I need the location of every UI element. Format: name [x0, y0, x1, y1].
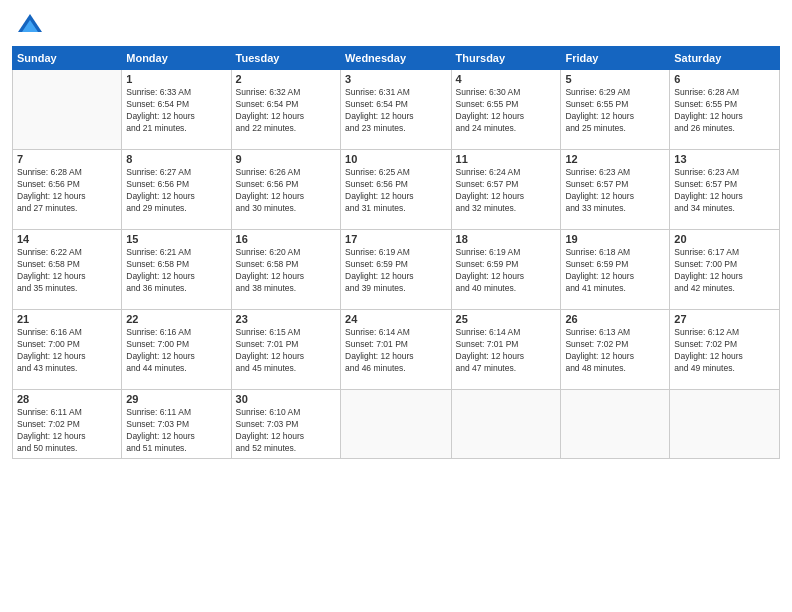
day-info: Sunrise: 6:15 AMSunset: 7:01 PMDaylight:… — [236, 327, 336, 375]
calendar-cell: 11Sunrise: 6:24 AMSunset: 6:57 PMDayligh… — [451, 150, 561, 230]
day-info: Sunrise: 6:16 AMSunset: 7:00 PMDaylight:… — [126, 327, 226, 375]
calendar-cell: 14Sunrise: 6:22 AMSunset: 6:58 PMDayligh… — [13, 230, 122, 310]
calendar-cell: 28Sunrise: 6:11 AMSunset: 7:02 PMDayligh… — [13, 390, 122, 459]
day-number: 2 — [236, 73, 336, 85]
calendar-day-header: Wednesday — [341, 47, 451, 70]
calendar-cell: 16Sunrise: 6:20 AMSunset: 6:58 PMDayligh… — [231, 230, 340, 310]
day-info: Sunrise: 6:19 AMSunset: 6:59 PMDaylight:… — [456, 247, 557, 295]
calendar-cell: 12Sunrise: 6:23 AMSunset: 6:57 PMDayligh… — [561, 150, 670, 230]
page: SundayMondayTuesdayWednesdayThursdayFrid… — [0, 0, 792, 612]
day-number: 13 — [674, 153, 775, 165]
calendar-week-row: 1Sunrise: 6:33 AMSunset: 6:54 PMDaylight… — [13, 70, 780, 150]
day-info: Sunrise: 6:11 AMSunset: 7:03 PMDaylight:… — [126, 407, 226, 455]
calendar-week-row: 28Sunrise: 6:11 AMSunset: 7:02 PMDayligh… — [13, 390, 780, 459]
day-info: Sunrise: 6:31 AMSunset: 6:54 PMDaylight:… — [345, 87, 446, 135]
day-number: 16 — [236, 233, 336, 245]
calendar-cell — [13, 70, 122, 150]
calendar-cell — [341, 390, 451, 459]
day-number: 10 — [345, 153, 446, 165]
calendar-week-row: 14Sunrise: 6:22 AMSunset: 6:58 PMDayligh… — [13, 230, 780, 310]
calendar-cell: 25Sunrise: 6:14 AMSunset: 7:01 PMDayligh… — [451, 310, 561, 390]
day-number: 20 — [674, 233, 775, 245]
day-number: 29 — [126, 393, 226, 405]
calendar-cell: 9Sunrise: 6:26 AMSunset: 6:56 PMDaylight… — [231, 150, 340, 230]
calendar-cell: 24Sunrise: 6:14 AMSunset: 7:01 PMDayligh… — [341, 310, 451, 390]
calendar-body: 1Sunrise: 6:33 AMSunset: 6:54 PMDaylight… — [13, 70, 780, 459]
calendar-cell: 26Sunrise: 6:13 AMSunset: 7:02 PMDayligh… — [561, 310, 670, 390]
logo-icon — [16, 10, 44, 38]
calendar-table: SundayMondayTuesdayWednesdayThursdayFrid… — [12, 46, 780, 459]
calendar-cell: 2Sunrise: 6:32 AMSunset: 6:54 PMDaylight… — [231, 70, 340, 150]
day-number: 28 — [17, 393, 117, 405]
calendar-day-header: Thursday — [451, 47, 561, 70]
day-info: Sunrise: 6:18 AMSunset: 6:59 PMDaylight:… — [565, 247, 665, 295]
calendar-cell: 27Sunrise: 6:12 AMSunset: 7:02 PMDayligh… — [670, 310, 780, 390]
day-info: Sunrise: 6:20 AMSunset: 6:58 PMDaylight:… — [236, 247, 336, 295]
calendar-cell: 18Sunrise: 6:19 AMSunset: 6:59 PMDayligh… — [451, 230, 561, 310]
day-info: Sunrise: 6:16 AMSunset: 7:00 PMDaylight:… — [17, 327, 117, 375]
day-number: 11 — [456, 153, 557, 165]
header — [12, 10, 780, 38]
calendar-cell: 15Sunrise: 6:21 AMSunset: 6:58 PMDayligh… — [122, 230, 231, 310]
day-info: Sunrise: 6:14 AMSunset: 7:01 PMDaylight:… — [456, 327, 557, 375]
calendar-cell: 20Sunrise: 6:17 AMSunset: 7:00 PMDayligh… — [670, 230, 780, 310]
day-number: 21 — [17, 313, 117, 325]
calendar-cell: 17Sunrise: 6:19 AMSunset: 6:59 PMDayligh… — [341, 230, 451, 310]
day-number: 6 — [674, 73, 775, 85]
calendar-cell: 4Sunrise: 6:30 AMSunset: 6:55 PMDaylight… — [451, 70, 561, 150]
day-number: 17 — [345, 233, 446, 245]
day-number: 26 — [565, 313, 665, 325]
day-number: 19 — [565, 233, 665, 245]
day-info: Sunrise: 6:11 AMSunset: 7:02 PMDaylight:… — [17, 407, 117, 455]
day-number: 24 — [345, 313, 446, 325]
day-number: 9 — [236, 153, 336, 165]
day-info: Sunrise: 6:25 AMSunset: 6:56 PMDaylight:… — [345, 167, 446, 215]
day-number: 18 — [456, 233, 557, 245]
day-number: 25 — [456, 313, 557, 325]
calendar-day-header: Monday — [122, 47, 231, 70]
calendar-day-header: Saturday — [670, 47, 780, 70]
day-info: Sunrise: 6:14 AMSunset: 7:01 PMDaylight:… — [345, 327, 446, 375]
day-info: Sunrise: 6:28 AMSunset: 6:55 PMDaylight:… — [674, 87, 775, 135]
day-info: Sunrise: 6:24 AMSunset: 6:57 PMDaylight:… — [456, 167, 557, 215]
calendar-cell: 29Sunrise: 6:11 AMSunset: 7:03 PMDayligh… — [122, 390, 231, 459]
day-info: Sunrise: 6:19 AMSunset: 6:59 PMDaylight:… — [345, 247, 446, 295]
calendar-cell: 1Sunrise: 6:33 AMSunset: 6:54 PMDaylight… — [122, 70, 231, 150]
calendar-cell — [451, 390, 561, 459]
day-number: 3 — [345, 73, 446, 85]
day-number: 7 — [17, 153, 117, 165]
day-info: Sunrise: 6:33 AMSunset: 6:54 PMDaylight:… — [126, 87, 226, 135]
day-info: Sunrise: 6:32 AMSunset: 6:54 PMDaylight:… — [236, 87, 336, 135]
calendar-cell: 19Sunrise: 6:18 AMSunset: 6:59 PMDayligh… — [561, 230, 670, 310]
calendar-cell: 8Sunrise: 6:27 AMSunset: 6:56 PMDaylight… — [122, 150, 231, 230]
day-info: Sunrise: 6:28 AMSunset: 6:56 PMDaylight:… — [17, 167, 117, 215]
calendar-cell: 3Sunrise: 6:31 AMSunset: 6:54 PMDaylight… — [341, 70, 451, 150]
calendar-day-header: Tuesday — [231, 47, 340, 70]
calendar-day-header: Friday — [561, 47, 670, 70]
day-number: 8 — [126, 153, 226, 165]
calendar-cell: 21Sunrise: 6:16 AMSunset: 7:00 PMDayligh… — [13, 310, 122, 390]
calendar-header-row: SundayMondayTuesdayWednesdayThursdayFrid… — [13, 47, 780, 70]
calendar-cell: 10Sunrise: 6:25 AMSunset: 6:56 PMDayligh… — [341, 150, 451, 230]
day-number: 27 — [674, 313, 775, 325]
calendar-cell — [561, 390, 670, 459]
day-info: Sunrise: 6:23 AMSunset: 6:57 PMDaylight:… — [565, 167, 665, 215]
day-info: Sunrise: 6:13 AMSunset: 7:02 PMDaylight:… — [565, 327, 665, 375]
day-number: 1 — [126, 73, 226, 85]
day-info: Sunrise: 6:22 AMSunset: 6:58 PMDaylight:… — [17, 247, 117, 295]
day-info: Sunrise: 6:27 AMSunset: 6:56 PMDaylight:… — [126, 167, 226, 215]
day-info: Sunrise: 6:30 AMSunset: 6:55 PMDaylight:… — [456, 87, 557, 135]
day-number: 5 — [565, 73, 665, 85]
day-info: Sunrise: 6:26 AMSunset: 6:56 PMDaylight:… — [236, 167, 336, 215]
calendar-cell: 6Sunrise: 6:28 AMSunset: 6:55 PMDaylight… — [670, 70, 780, 150]
calendar-cell: 13Sunrise: 6:23 AMSunset: 6:57 PMDayligh… — [670, 150, 780, 230]
calendar-cell: 30Sunrise: 6:10 AMSunset: 7:03 PMDayligh… — [231, 390, 340, 459]
day-info: Sunrise: 6:17 AMSunset: 7:00 PMDaylight:… — [674, 247, 775, 295]
logo — [12, 10, 44, 38]
calendar-week-row: 21Sunrise: 6:16 AMSunset: 7:00 PMDayligh… — [13, 310, 780, 390]
day-info: Sunrise: 6:21 AMSunset: 6:58 PMDaylight:… — [126, 247, 226, 295]
day-number: 15 — [126, 233, 226, 245]
calendar-cell: 7Sunrise: 6:28 AMSunset: 6:56 PMDaylight… — [13, 150, 122, 230]
calendar-cell: 5Sunrise: 6:29 AMSunset: 6:55 PMDaylight… — [561, 70, 670, 150]
day-number: 23 — [236, 313, 336, 325]
